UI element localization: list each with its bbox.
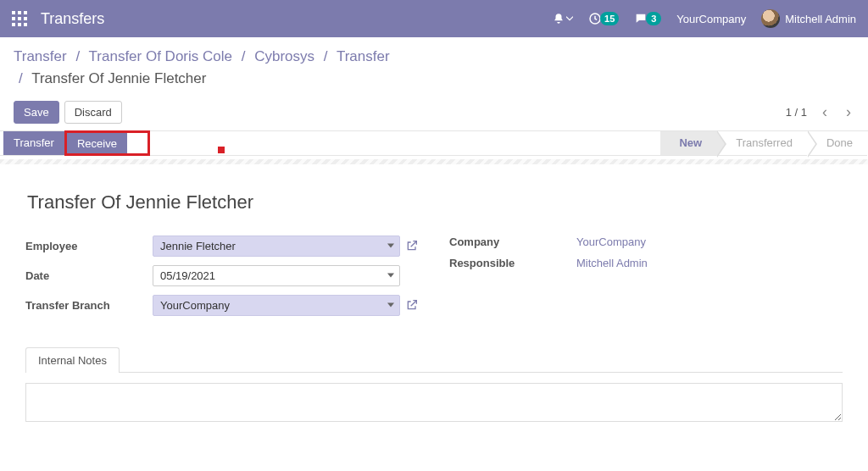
edit-hatching <box>0 159 868 164</box>
responsible-value[interactable]: Mitchell Admin <box>576 257 648 269</box>
label-employee: Employee <box>25 240 153 252</box>
discuss-icon[interactable]: 3 <box>634 12 661 25</box>
label-responsible: Responsible <box>449 257 576 269</box>
chevron-down-icon <box>387 244 394 248</box>
label-company: Company <box>449 236 576 248</box>
activities-icon[interactable]: 15 <box>588 12 619 25</box>
label-date: Date <box>25 269 153 282</box>
user-name: Mitchell Admin <box>785 13 856 25</box>
label-transfer-branch: Transfer Branch <box>25 299 153 312</box>
receive-highlight-box: Receive <box>64 130 150 156</box>
breadcrumb-current: Transfer Of Jennie Fletcher <box>31 70 206 86</box>
status-transferred[interactable]: Transferred <box>717 131 808 155</box>
svg-rect-8 <box>24 23 27 26</box>
date-field[interactable]: 05/19/2021 <box>153 265 400 286</box>
status-new[interactable]: New <box>660 131 717 155</box>
external-link-icon[interactable] <box>405 239 419 252</box>
svg-rect-1 <box>18 11 21 14</box>
transfer-branch-field[interactable]: YourCompany <box>153 295 400 316</box>
receive-button[interactable]: Receive <box>67 133 127 153</box>
internal-notes-textarea[interactable] <box>25 383 843 422</box>
breadcrumb-item[interactable]: Cybrosys <box>254 48 314 64</box>
svg-rect-5 <box>24 17 27 20</box>
external-link-icon[interactable] <box>405 298 419 312</box>
tab-internal-notes[interactable]: Internal Notes <box>25 347 120 373</box>
avatar <box>761 9 780 28</box>
company-value[interactable]: YourCompany <box>576 236 646 248</box>
save-button[interactable]: Save <box>14 101 59 124</box>
chevron-down-icon <box>387 274 394 278</box>
breadcrumb: Transfer / Transfer Of Doris Cole / Cybr… <box>14 46 854 91</box>
company-switcher[interactable]: YourCompany <box>676 13 746 25</box>
svg-rect-2 <box>24 11 27 14</box>
apps-icon[interactable] <box>12 11 27 26</box>
notifications-bell[interactable] <box>553 13 573 25</box>
pager-text: 1 / 1 <box>786 106 807 119</box>
transfer-button[interactable]: Transfer <box>3 131 64 155</box>
svg-rect-0 <box>12 11 15 14</box>
breadcrumb-item[interactable]: Transfer <box>337 48 390 64</box>
discuss-count: 3 <box>646 12 661 25</box>
pager-prev[interactable]: ‹ <box>819 103 831 121</box>
svg-rect-6 <box>12 23 15 26</box>
page-title: Transfer Of Jennie Fletcher <box>27 191 843 213</box>
svg-rect-3 <box>12 17 15 20</box>
red-marker <box>218 147 225 153</box>
employee-field[interactable]: Jennie Fletcher <box>153 236 400 257</box>
svg-rect-4 <box>18 17 21 20</box>
chevron-down-icon <box>387 303 394 308</box>
user-menu[interactable]: Mitchell Admin <box>761 9 856 28</box>
svg-rect-7 <box>18 23 21 26</box>
breadcrumb-item[interactable]: Transfer Of Doris Cole <box>89 48 232 64</box>
breadcrumb-item[interactable]: Transfer <box>14 48 67 64</box>
discard-button[interactable]: Discard <box>64 101 122 124</box>
app-title[interactable]: Transfers <box>41 10 104 28</box>
pager-next[interactable]: › <box>843 103 854 121</box>
activities-count: 15 <box>600 12 619 25</box>
